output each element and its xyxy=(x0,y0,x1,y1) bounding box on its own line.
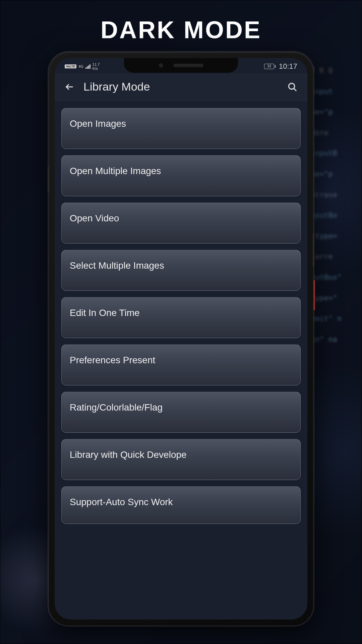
menu-item-label: Select Multiple Images xyxy=(70,260,164,271)
speed-value: 11.7 xyxy=(93,62,100,66)
speaker-grille xyxy=(173,64,203,67)
menu-item-label: Library with Quick Develope xyxy=(70,449,187,460)
page-title: Library Mode xyxy=(83,80,278,93)
phone-notch xyxy=(124,58,238,73)
phone-frame: VoLTE 4G 11.7 K/s 33 10:17 xyxy=(49,52,313,626)
menu-item-library-quick-develope[interactable]: Library with Quick Develope xyxy=(61,439,301,480)
network-type: 4G xyxy=(78,64,83,68)
volte-badge: VoLTE xyxy=(65,64,76,68)
search-icon[interactable] xyxy=(287,82,297,92)
menu-item-rating-colorlable-flag[interactable]: Rating/Colorlable/Flag xyxy=(61,392,301,433)
back-arrow-icon[interactable] xyxy=(65,82,74,92)
phone-screen: VoLTE 4G 11.7 K/s 33 10:17 xyxy=(55,58,307,620)
menu-item-edit-in-one-time[interactable]: Edit In One Time xyxy=(61,297,301,338)
app-header: Library Mode xyxy=(55,73,307,101)
speed-unit: K/s xyxy=(93,66,100,70)
svg-line-2 xyxy=(294,88,296,91)
menu-item-label: Edit In One Time xyxy=(70,308,140,318)
menu-item-open-images[interactable]: Open Images xyxy=(61,108,301,149)
menu-item-label: Open Images xyxy=(70,118,126,129)
phone-accent-button xyxy=(313,280,315,310)
menu-item-open-multiple-images[interactable]: Open Multiple Images xyxy=(61,155,301,196)
network-speed: 11.7 K/s xyxy=(93,62,100,70)
phone-side-button xyxy=(47,166,49,193)
status-bar-right: 33 10:17 xyxy=(264,62,297,71)
menu-item-preferences-present[interactable]: Preferences Present xyxy=(61,344,301,385)
menu-list: Open Images Open Multiple Images Open Vi… xyxy=(55,101,307,531)
battery-icon: 33 xyxy=(264,64,276,69)
menu-item-label: Open Video xyxy=(70,213,119,223)
hero-title: DARK MODE xyxy=(0,0,362,44)
battery-level: 33 xyxy=(264,64,274,69)
clock: 10:17 xyxy=(279,62,297,71)
status-bar-left: VoLTE 4G 11.7 K/s xyxy=(65,62,100,70)
menu-item-label: Open Multiple Images xyxy=(70,166,161,176)
front-camera xyxy=(159,63,163,68)
menu-item-select-multiple-images[interactable]: Select Multiple Images xyxy=(61,250,301,291)
menu-item-support-auto-sync[interactable]: Support-Auto Sync Work xyxy=(61,486,301,524)
phone-volume-button xyxy=(313,233,315,267)
menu-item-open-video[interactable]: Open Video xyxy=(61,203,301,244)
signal-bars-icon xyxy=(85,64,90,69)
menu-item-label: Rating/Colorlable/Flag xyxy=(70,402,163,413)
menu-item-label: Preferences Present xyxy=(70,355,155,365)
menu-item-label: Support-Auto Sync Work xyxy=(70,497,173,507)
